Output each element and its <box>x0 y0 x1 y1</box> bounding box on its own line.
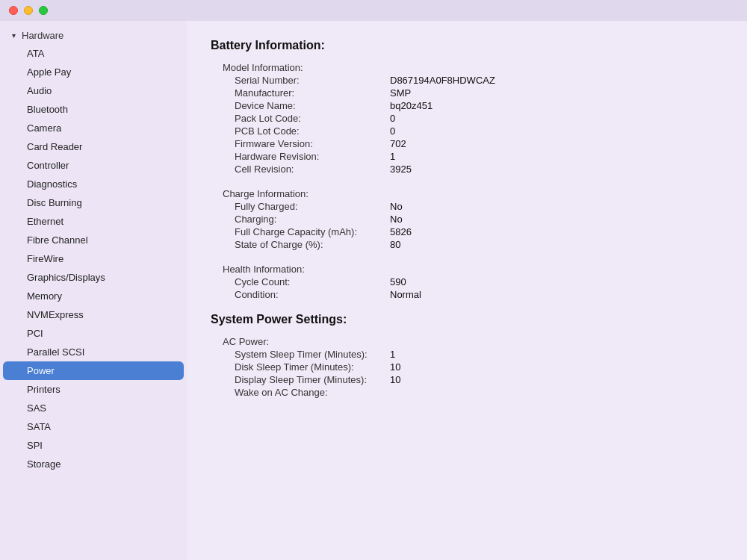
hardware-revision-value: 1 <box>390 151 395 162</box>
sidebar-item-disc-burning[interactable]: Disc Burning <box>3 193 184 212</box>
health-info-header-row: Health Information: <box>211 263 723 276</box>
display-sleep-timer-value: 10 <box>390 374 400 385</box>
sidebar-item-ata[interactable]: ATA <box>3 44 184 63</box>
charging-row: Charging: No <box>211 213 723 225</box>
sidebar: ▾ Hardware ATA Apple Pay Audio Bluetooth… <box>0 21 187 560</box>
pcb-lot-code-row: PCB Lot Code: 0 <box>211 125 723 137</box>
model-info-header-row: Model Information: <box>211 61 723 74</box>
display-sleep-timer-row: Display Sleep Timer (Minutes): 10 <box>211 373 723 386</box>
cycle-count-row: Cycle Count: 590 <box>211 276 723 288</box>
system-sleep-timer-row: System Sleep Timer (Minutes): 1 <box>211 348 723 361</box>
charging-label: Charging: <box>211 214 390 225</box>
battery-title: Battery Information: <box>211 39 723 52</box>
hardware-revision-label: Hardware Revision: <box>211 151 390 162</box>
charge-info-header-row: Charge Information: <box>211 187 723 200</box>
ac-power-header-row: AC Power: <box>211 335 723 348</box>
sidebar-item-diagnostics[interactable]: Diagnostics <box>3 175 184 193</box>
manufacturer-label: Manufacturer: <box>211 87 390 99</box>
sidebar-item-nvmexpress[interactable]: NVMExpress <box>3 305 184 324</box>
close-button[interactable] <box>9 6 18 15</box>
pack-lot-code-row: Pack Lot Code: 0 <box>211 112 723 125</box>
sidebar-item-sata[interactable]: SATA <box>3 417 184 436</box>
sidebar-item-fibre-channel[interactable]: Fibre Channel <box>3 231 184 249</box>
maximize-button[interactable] <box>39 6 48 15</box>
device-name-value: bq20z451 <box>390 100 433 111</box>
sidebar-item-memory[interactable]: Memory <box>3 287 184 305</box>
firmware-version-value: 702 <box>390 138 406 149</box>
charging-value: No <box>390 214 403 225</box>
system-sleep-timer-value: 1 <box>390 349 395 360</box>
charge-info-label: Charge Information: <box>211 188 390 199</box>
condition-row: Condition: Normal <box>211 288 723 301</box>
disk-sleep-timer-label: Disk Sleep Timer (Minutes): <box>211 361 390 373</box>
manufacturer-row: Manufacturer: SMP <box>211 87 723 99</box>
wake-on-ac-change-label: Wake on AC Change: <box>211 387 390 398</box>
chevron-down-icon: ▾ <box>12 31 16 40</box>
system-power-group: AC Power: System Sleep Timer (Minutes): … <box>211 335 723 399</box>
health-info-label: Health Information: <box>211 264 390 275</box>
cell-revision-row: Cell Revision: 3925 <box>211 163 723 175</box>
main-content: ▾ Hardware ATA Apple Pay Audio Bluetooth… <box>0 21 747 560</box>
device-name-label: Device Name: <box>211 100 390 111</box>
detail-panel: Battery Information: Model Information: … <box>187 21 747 560</box>
minimize-button[interactable] <box>24 6 33 15</box>
fully-charged-value: No <box>390 201 403 212</box>
condition-value: Normal <box>390 289 421 300</box>
sidebar-item-card-reader[interactable]: Card Reader <box>3 137 184 156</box>
ac-power-label: AC Power: <box>211 336 390 347</box>
sidebar-item-controller[interactable]: Controller <box>3 156 184 175</box>
system-sleep-timer-label: System Sleep Timer (Minutes): <box>211 349 390 360</box>
display-sleep-timer-label: Display Sleep Timer (Minutes): <box>211 374 390 385</box>
full-charge-capacity-row: Full Charge Capacity (mAh): 5826 <box>211 225 723 238</box>
model-info-group: Model Information: Serial Number: D86719… <box>211 61 723 175</box>
sidebar-item-ethernet[interactable]: Ethernet <box>3 212 184 231</box>
sidebar-item-bluetooth[interactable]: Bluetooth <box>3 100 184 119</box>
sidebar-item-graphics-displays[interactable]: Graphics/Displays <box>3 268 184 287</box>
serial-number-row: Serial Number: D867194A0F8HDWCAZ <box>211 74 723 87</box>
fully-charged-label: Fully Charged: <box>211 201 390 212</box>
sidebar-item-spi[interactable]: SPI <box>3 436 184 455</box>
firmware-version-label: Firmware Version: <box>211 138 390 149</box>
system-power-title: System Power Settings: <box>211 313 723 326</box>
cell-revision-label: Cell Revision: <box>211 164 390 175</box>
fully-charged-row: Fully Charged: No <box>211 200 723 213</box>
sidebar-item-camera[interactable]: Camera <box>3 119 184 137</box>
device-name-row: Device Name: bq20z451 <box>211 99 723 112</box>
manufacturer-value: SMP <box>390 87 411 99</box>
title-bar <box>0 0 747 21</box>
cell-revision-value: 3925 <box>390 164 412 175</box>
pack-lot-code-value: 0 <box>390 113 395 124</box>
disk-sleep-timer-row: Disk Sleep Timer (Minutes): 10 <box>211 361 723 373</box>
state-of-charge-label: State of Charge (%): <box>211 239 390 250</box>
sidebar-item-pci[interactable]: PCI <box>3 324 184 343</box>
sidebar-item-firewire[interactable]: FireWire <box>3 249 184 268</box>
sidebar-item-sas[interactable]: SAS <box>3 399 184 417</box>
sidebar-item-printers[interactable]: Printers <box>3 380 184 399</box>
full-charge-capacity-label: Full Charge Capacity (mAh): <box>211 226 390 237</box>
model-info-label: Model Information: <box>211 62 390 73</box>
state-of-charge-value: 80 <box>390 239 400 250</box>
pcb-lot-code-value: 0 <box>390 125 395 137</box>
sidebar-item-audio[interactable]: Audio <box>3 81 184 100</box>
state-of-charge-row: State of Charge (%): 80 <box>211 238 723 251</box>
cycle-count-value: 590 <box>390 276 406 287</box>
firmware-version-row: Firmware Version: 702 <box>211 137 723 150</box>
health-info-group: Health Information: Cycle Count: 590 Con… <box>211 263 723 301</box>
charge-info-group: Charge Information: Fully Charged: No Ch… <box>211 187 723 251</box>
sidebar-item-parallel-scsi[interactable]: Parallel SCSI <box>3 343 184 361</box>
serial-number-value: D867194A0F8HDWCAZ <box>390 75 495 86</box>
hardware-section-header[interactable]: ▾ Hardware <box>0 27 187 44</box>
sidebar-item-storage[interactable]: Storage <box>3 455 184 473</box>
sidebar-item-apple-pay[interactable]: Apple Pay <box>3 63 184 81</box>
hardware-label: Hardware <box>22 30 63 41</box>
condition-label: Condition: <box>211 289 390 300</box>
cycle-count-label: Cycle Count: <box>211 276 390 287</box>
hardware-revision-row: Hardware Revision: 1 <box>211 150 723 163</box>
wake-on-ac-change-row: Wake on AC Change: <box>211 386 723 399</box>
sidebar-item-power[interactable]: Power <box>3 361 184 380</box>
pack-lot-code-label: Pack Lot Code: <box>211 113 390 124</box>
full-charge-capacity-value: 5826 <box>390 226 412 237</box>
serial-number-label: Serial Number: <box>211 75 390 86</box>
pcb-lot-code-label: PCB Lot Code: <box>211 125 390 137</box>
disk-sleep-timer-value: 10 <box>390 361 400 373</box>
